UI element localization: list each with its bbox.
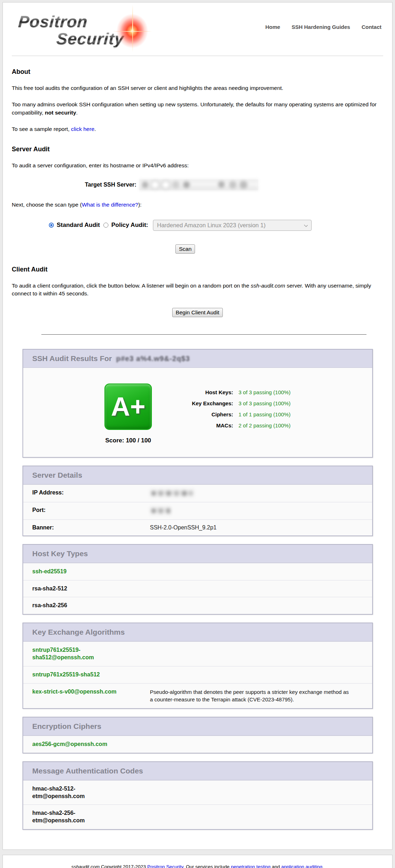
mac-row: hmac-sha2-512- etm@openssh.com	[23, 780, 372, 805]
host-key-name: rsa-sha2-256	[32, 602, 67, 609]
scan-button[interactable]: Scan	[175, 244, 195, 254]
nav-ssh-hardening-guides[interactable]: SSH Hardening Guides	[292, 24, 350, 30]
redacted-port-blur	[150, 507, 170, 515]
policy-select-value: Hardened Amazon Linux 2023 (version 1)	[157, 222, 266, 228]
footer-period: .	[322, 864, 324, 868]
sample-report-period: .	[94, 126, 96, 132]
redacted-hostname-blur: p#e3 a%4.w9&-2q$3	[116, 354, 190, 363]
scan-type-difference-link[interactable]: What is the difference?	[82, 202, 138, 208]
kex-row: sntrup761x25519-sha512	[23, 666, 372, 683]
scan-type-options-row: Standard Audit Policy Audit: Hardened Am…	[49, 220, 383, 231]
ssh-audit-results-panel: SSH Audit Results For p#e3 a%4.w9&-2q$3 …	[22, 349, 373, 458]
server-detail-row-port: Port:	[23, 502, 372, 519]
mac-name: hmac-sha2-512- etm@openssh.com	[32, 785, 85, 800]
footer-and: and	[271, 864, 281, 868]
results-title: SSH Audit Results For	[32, 354, 112, 363]
client-audit-heading: Client Audit	[12, 266, 383, 273]
port-label: Port:	[32, 507, 150, 513]
footer-services-text: . Our services include	[183, 864, 231, 868]
scan-type-line: Next, choose the scan type (What is the …	[12, 201, 383, 209]
ip-address-label: IP Address:	[32, 489, 150, 496]
client-intro-text: To audit a client configuration, click t…	[12, 283, 251, 289]
encryption-ciphers-header: Encryption Ciphers	[23, 717, 372, 736]
banner-label: Banner:	[32, 524, 150, 531]
client-audit-intro: To audit a client configuration, click t…	[12, 282, 383, 298]
about-paragraph-1: This free tool audits the configuration …	[12, 84, 383, 92]
grade-column: A+ Score: 100 / 100	[104, 384, 152, 444]
redacted-ip-blur	[150, 489, 194, 497]
host-key-name: ssh-ed25519	[32, 568, 67, 575]
standard-audit-radio[interactable]	[49, 223, 54, 228]
begin-client-audit-row: Begin Client Audit	[12, 308, 383, 317]
kex-row: sntrup761x25519- sha512@openssh.com	[23, 641, 372, 666]
sample-report-link[interactable]: click here	[71, 126, 94, 132]
redacted-target-value-blur	[139, 179, 258, 190]
host-key-row: rsa-sha2-256	[23, 597, 372, 614]
scan-type-suffix: ):	[138, 202, 142, 208]
begin-client-audit-button[interactable]: Begin Client Audit	[172, 308, 223, 317]
footer-application-auditing-link[interactable]: application auditing	[281, 864, 323, 868]
stat-value: 3 of 3 passing (100%)	[238, 389, 291, 395]
server-detail-row-ip: IP Address:	[23, 484, 372, 502]
footer-site: sshaudit.com	[71, 864, 100, 868]
stat-value: 2 of 2 passing (100%)	[238, 422, 291, 428]
key-exchange-header: Key Exchange Algorithms	[23, 623, 372, 641]
blur-blob	[150, 489, 194, 497]
mac-row: hmac-sha2-256- etm@openssh.com	[23, 804, 372, 829]
section-divider	[41, 334, 366, 335]
host-key-name: rsa-sha2-512	[32, 585, 67, 593]
chevron-down-icon	[304, 223, 308, 227]
footer-positron-security-link[interactable]: Positron Security	[147, 864, 183, 868]
nav-home[interactable]: Home	[265, 24, 280, 30]
stat-value: 1 of 1 passing (100%)	[238, 411, 291, 417]
macs-title: Message Authentication Codes	[32, 767, 143, 775]
stat-label: Ciphers:	[172, 411, 233, 417]
about-p2-bold: not security	[45, 110, 76, 116]
client-intro-site: ssh-audit.com	[251, 283, 285, 289]
score-label: Score: 100 / 100	[105, 437, 151, 444]
banner-value: SSH-2.0-OpenSSH_9.2p1	[150, 524, 217, 531]
target-ssh-server-input[interactable]	[139, 179, 258, 190]
stat-label: MACs:	[172, 422, 233, 428]
footer-copyright: Copyright 2017-2023	[99, 864, 147, 868]
standard-audit-label: Standard Audit	[57, 222, 100, 229]
server-audit-heading: Server Audit	[12, 146, 383, 153]
about-p2-period: .	[76, 110, 78, 116]
key-exchange-panel: Key Exchange Algorithms sntrup761x25519-…	[22, 623, 373, 709]
stat-value: 3 of 3 passing (100%)	[238, 400, 291, 406]
host-key-types-panel: Host Key Types ssh-ed25519 rsa-sha2-512 …	[22, 544, 373, 615]
host-key-types-title: Host Key Types	[32, 549, 88, 558]
footer-penetration-testing-link[interactable]: penetration testing	[231, 864, 271, 868]
server-detail-row-banner: Banner: SSH-2.0-OpenSSH_9.2p1	[23, 519, 372, 535]
about-heading: About	[12, 68, 383, 76]
red-starburst-icon	[111, 2, 154, 54]
kex-name: sntrup761x25519- sha512@openssh.com	[32, 646, 94, 661]
grade-badge: A+	[104, 384, 152, 430]
logo-line-1: Positron	[17, 13, 88, 30]
server-audit-intro: To audit a server configuration, enter i…	[12, 162, 383, 169]
stat-label: Host Keys:	[172, 389, 233, 395]
nav-contact[interactable]: Contact	[361, 24, 381, 30]
policy-select[interactable]: Hardened Amazon Linux 2023 (version 1)	[153, 220, 312, 231]
sample-report-line: To see a sample report, click here.	[12, 125, 383, 133]
kex-name: sntrup761x25519-sha512	[32, 671, 100, 679]
footer-line-1: sshaudit.com Copyright 2017-2023 Positro…	[6, 864, 389, 868]
main-content-box: Positron Security Home SSH Hardening Gui…	[2, 2, 393, 850]
scan-type-text: Next, choose the scan type (	[12, 202, 82, 208]
host-key-row: ssh-ed25519	[23, 563, 372, 580]
server-details-panel: Server Details IP Address: Port: Banner:…	[22, 466, 373, 536]
encryption-ciphers-title: Encryption Ciphers	[32, 722, 102, 730]
grade-letter: A+	[111, 394, 145, 420]
host-key-types-header: Host Key Types	[23, 545, 372, 563]
results-body: A+ Score: 100 / 100 Host Keys: 3 of 3 pa…	[23, 368, 372, 457]
kex-note: Pseudo-algorithm that denotes the peer s…	[150, 688, 350, 704]
about-paragraph-2: Too many admins overlook SSH configurati…	[12, 101, 383, 117]
server-details-header: Server Details	[23, 466, 372, 484]
kex-row: kex-strict-s-v00@openssh.com Pseudo-algo…	[23, 683, 372, 709]
blur-blob	[150, 507, 170, 515]
footer: sshaudit.com Copyright 2017-2023 Positro…	[2, 855, 393, 868]
results-stats: Host Keys: 3 of 3 passing (100%) Key Exc…	[172, 389, 291, 444]
macs-panel: Message Authentication Codes hmac-sha2-5…	[22, 761, 373, 830]
kex-name: kex-strict-s-v00@openssh.com	[32, 688, 117, 696]
policy-audit-radio[interactable]	[103, 223, 108, 228]
